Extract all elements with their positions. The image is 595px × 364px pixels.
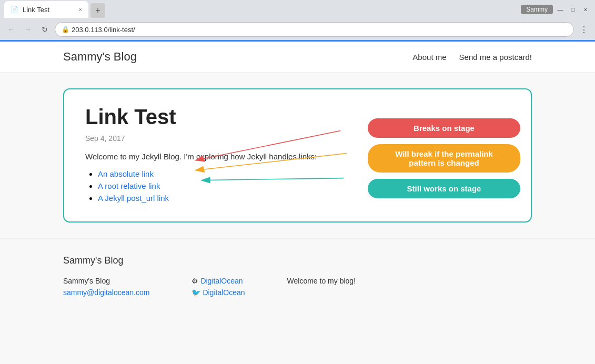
back-button[interactable]: ←: [4, 23, 18, 36]
browser-menu-button[interactable]: ⋮: [577, 23, 591, 36]
user-badge: Sammy: [521, 5, 553, 14]
absolute-link[interactable]: An absolute link: [98, 169, 154, 178]
minimize-button[interactable]: —: [555, 4, 566, 15]
window-controls: Sammy — □ ×: [521, 4, 591, 15]
bubble-breaks-on-stage: Breaks on stage: [368, 118, 520, 138]
site-footer: Sammy's Blog Sammy's Blog sammy@digitalo…: [0, 238, 595, 312]
footer-col-2: ⚙ DigitalOcean 🐦 DigitalOcean: [191, 277, 245, 297]
footer-site-name: Sammy's Blog: [63, 277, 149, 285]
nav-about[interactable]: About me: [412, 53, 446, 62]
new-tab-button[interactable]: +: [90, 3, 105, 18]
article-card: Link Test Sep 4, 2017 Welcome to my Jeky…: [63, 88, 532, 223]
maximize-button[interactable]: □: [568, 4, 578, 15]
footer-twitter-link[interactable]: DigitalOcean: [203, 288, 245, 297]
footer-title: Sammy's Blog: [63, 255, 532, 266]
post-url-link[interactable]: A Jekyll post_url link: [98, 194, 169, 203]
reload-button[interactable]: ↻: [38, 23, 52, 36]
footer-col-3: Welcome to my blog!: [287, 277, 356, 297]
tab-favicon: 📄: [11, 6, 18, 13]
browser-chrome: 📄 Link Test × + Sammy — □ × ← → ↻ 🔒 203.…: [0, 0, 595, 42]
title-bar: 📄 Link Test × + Sammy — □ ×: [0, 0, 595, 19]
footer-email[interactable]: sammy@digitalocean.com: [63, 288, 149, 297]
site-header: Sammy's Blog About me Send me a postcard…: [0, 42, 595, 73]
active-tab[interactable]: 📄 Link Test ×: [4, 1, 88, 18]
address-bar: ← → ↻ 🔒 203.0.113.0/link-test/ ⋮: [0, 19, 595, 40]
nav-postcard[interactable]: Send me a postcard!: [459, 53, 532, 62]
address-url: 203.0.113.0/link-test/: [72, 26, 135, 34]
site-title: Sammy's Blog: [63, 50, 137, 64]
site-nav: About me Send me a postcard!: [412, 53, 532, 62]
forward-button[interactable]: →: [21, 23, 35, 36]
bubble-still-works: Still works on stage: [368, 179, 520, 198]
footer-twitter-row: 🐦 DigitalOcean: [191, 288, 245, 297]
root-relative-link[interactable]: A root relative link: [98, 181, 160, 190]
main-content: Link Test Sep 4, 2017 Welcome to my Jeky…: [0, 73, 595, 238]
close-button[interactable]: ×: [580, 4, 591, 15]
secure-icon: 🔒: [62, 26, 69, 33]
footer-description: Welcome to my blog!: [287, 277, 356, 285]
footer-col-1: Sammy's Blog sammy@digitalocean.com: [63, 277, 149, 297]
github-icon: ⚙: [191, 277, 198, 285]
tabs-area: 📄 Link Test × +: [4, 1, 105, 18]
bubble-permalink-warning: Will break if the permalink pattern is c…: [368, 144, 520, 173]
footer-github-row: ⚙ DigitalOcean: [191, 277, 245, 285]
twitter-icon: 🐦: [191, 288, 200, 297]
page-content: Sammy's Blog About me Send me a postcard…: [0, 42, 595, 364]
annotation-bubbles: Breaks on stage Will break if the permal…: [368, 118, 520, 205]
tab-title: Link Test: [23, 6, 49, 14]
footer-github-link[interactable]: DigitalOcean: [200, 277, 243, 285]
footer-columns: Sammy's Blog sammy@digitalocean.com ⚙ Di…: [63, 277, 532, 297]
address-input[interactable]: 🔒 203.0.113.0/link-test/: [55, 22, 574, 37]
tab-close-button[interactable]: ×: [79, 6, 82, 13]
